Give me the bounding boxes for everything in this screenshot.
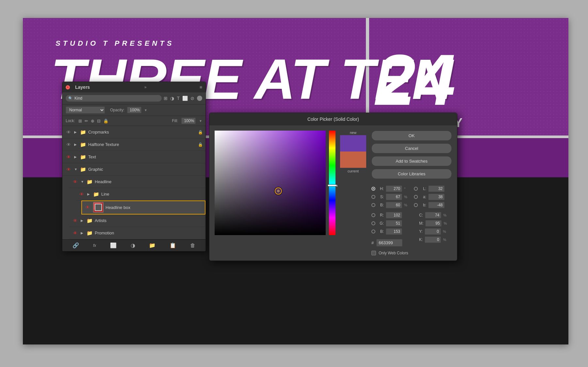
window-close-button[interactable]: × [66,85,70,89]
folder-icon: 📁 [80,154,86,160]
g-input[interactable] [386,220,402,227]
b-radio[interactable] [371,203,375,207]
b2-radio[interactable] [371,230,375,233]
eye-icon[interactable]: 👁 [72,218,79,223]
lock-pixels-icon[interactable]: ⊞ [78,119,82,123]
panel-menu-icon[interactable]: ≡ [200,85,202,90]
headline-box-layer-row[interactable]: 👁 Headline box [81,200,205,215]
eye-icon[interactable]: 👁 [78,192,85,197]
text-filter-icon[interactable]: T [177,96,180,101]
layer-row[interactable]: 👁 ▶ 📁 Text [62,151,205,163]
layer-row[interactable]: 👁 ▶ 📁 Line [75,188,205,200]
a-input[interactable] [428,194,445,200]
delete-layer-icon[interactable]: 🗑 [190,243,195,248]
color-swatches: new current [340,131,366,255]
c-unit: % [443,213,448,217]
color-fields-columns: H: ° S: % B: [371,185,452,255]
k-input[interactable] [425,236,441,243]
expand-arrow[interactable]: ▼ [74,168,78,171]
layer-name: Cropmarks [88,130,196,135]
eye-icon[interactable]: 👁 [84,205,91,210]
expand-arrow[interactable]: ▶ [74,143,78,146]
group-icon[interactable]: 📁 [149,242,155,248]
lock-all-icon[interactable]: ⊕ [91,119,94,123]
m-input[interactable] [425,220,442,227]
color-libraries-button[interactable]: Color Libraries [371,169,452,179]
opacity-label: Opacity: [110,108,124,112]
lock-padlock-icon[interactable]: 🔒 [103,119,108,123]
l-radio[interactable] [414,187,418,191]
ok-button[interactable]: OK [371,131,452,141]
hue-slider[interactable] [329,131,335,235]
blend-mode-select[interactable]: Normal Multiply Screen [66,106,105,114]
opacity-dropdown-arrow[interactable]: ▼ [144,108,147,112]
fill-dropdown-arrow[interactable]: ▼ [199,119,202,123]
new-layer-icon[interactable]: 📋 [170,242,176,248]
h-input[interactable] [386,185,402,192]
layer-row[interactable]: 👁 ▶ 📁 Promotion [69,227,205,239]
layer-row[interactable]: 👁 ▶ 📁 Artists [69,215,205,227]
opacity-input[interactable] [127,107,141,113]
k-field-row: K: % [414,236,448,243]
shape-filter-icon[interactable]: ⬜ [182,96,188,101]
b2-label: B: [377,229,384,234]
panel-collapse-icon[interactable]: » [144,85,147,89]
r-input[interactable] [386,212,402,218]
smart-filter-icon[interactable]: ⊘ [190,96,194,101]
r-radio[interactable] [371,213,375,217]
c-input[interactable] [425,212,441,218]
lock-artboards-icon[interactable]: ⊟ [97,119,101,123]
layer-row[interactable]: 👁 ▶ 📁 Halftone Texture 🔒 [62,138,205,151]
eye-icon[interactable]: 👁 [72,231,79,236]
eye-icon[interactable]: 👁 [65,130,72,135]
expand-arrow[interactable]: ▶ [74,130,78,134]
b3-radio[interactable] [414,203,418,207]
cp-action-buttons: OK Cancel Add to Swatches Color Librarie… [371,131,452,179]
expand-arrow[interactable]: ▶ [81,231,85,235]
search-input[interactable] [74,96,94,101]
fx-icon[interactable]: fx [93,243,96,248]
lock-position-icon[interactable]: ✏ [85,119,88,123]
hex-input[interactable] [376,239,402,247]
pixel-filter-icon[interactable]: ⊞ [164,96,168,101]
s-radio[interactable] [371,195,375,199]
layer-row[interactable]: 👁 ▼ 📁 Headline [69,176,205,188]
eye-icon[interactable]: 👁 [65,142,72,147]
fill-input[interactable] [181,118,196,124]
web-colors-row: Only Web Colors [371,251,409,255]
filter-circle-icon[interactable] [197,96,202,101]
eye-icon[interactable]: 👁 [65,167,72,172]
color-gradient-canvas[interactable] [215,131,326,235]
eye-icon[interactable]: 👁 [65,154,72,160]
layer-row[interactable]: 👁 ▶ 📁 Cropmarks 🔒 [62,126,205,138]
folder-icon: 📁 [80,129,86,135]
h-radio[interactable] [371,187,375,191]
b-input[interactable] [386,202,402,208]
layer-name: Halftone Texture [88,142,196,147]
expand-arrow[interactable]: ▶ [81,219,85,222]
new-color-swatch[interactable] [340,135,366,152]
link-icon[interactable]: 🔗 [73,242,79,248]
add-to-swatches-button[interactable]: Add to Swatches [371,156,452,166]
web-colors-checkbox[interactable] [371,251,376,255]
current-color-swatch[interactable] [340,152,366,168]
s-input[interactable] [386,194,402,200]
layer-mask-icon[interactable]: ⬜ [110,242,117,248]
layer-row[interactable]: 👁 ▼ 📁 Graphic [62,163,205,176]
eye-icon[interactable]: 👁 [72,179,79,184]
s-field-row: S: % [371,194,409,200]
expand-arrow[interactable]: ▶ [87,192,91,196]
current-swatch-label: current [340,169,366,173]
h-label: H: [377,186,384,191]
expand-arrow[interactable]: ▼ [81,180,85,184]
l-input[interactable] [428,185,445,192]
adjustment-filter-icon[interactable]: ◑ [170,96,174,101]
g-radio[interactable] [371,221,375,225]
a-radio[interactable] [414,195,418,199]
b3-input[interactable] [428,202,445,208]
adjustment-icon[interactable]: ◑ [131,242,135,248]
y-input[interactable] [425,228,441,235]
b2-input[interactable] [386,228,402,235]
expand-arrow[interactable]: ▶ [74,155,78,159]
cancel-button[interactable]: Cancel [371,143,452,153]
